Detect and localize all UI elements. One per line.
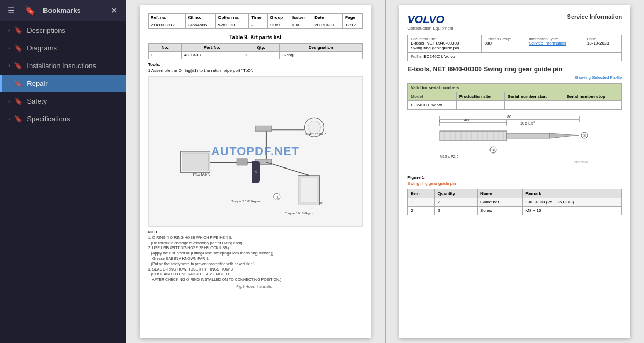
volvo-logo: VOLVO (407, 13, 453, 26)
item-2: 2 (408, 207, 435, 215)
svg-text:40: 40 (464, 118, 469, 122)
date-value: 13-10-2023 (587, 41, 619, 46)
svg-text:②: ② (583, 134, 586, 137)
parts-row-1: 1 2 Guide bar SAE 4130 (25 ~ 35 HRC) (408, 198, 622, 207)
option-no-value: 5261113 (216, 21, 249, 29)
note-title: NOTE (148, 230, 158, 234)
fig-caption: Fig.9 Hose, Installation (148, 284, 363, 288)
volvo-header: VOLVO Construction Equipment Service Inf… (407, 13, 622, 31)
svg-text:①: ① (492, 148, 495, 152)
col-serial-start: Serial number start (505, 92, 564, 101)
bookmark-icon: 🔖 (14, 97, 23, 105)
remark-2: M8 × 16 (523, 207, 622, 215)
bookmark-list-button[interactable]: ☰ (5, 4, 17, 17)
part-no-cell: 4880493 (181, 52, 243, 59)
main-area: ‹ Ref. no. Kit no. Option no. Time Group… (126, 0, 644, 343)
doc-header-table: Ref. no. Kit no. Option no. Time Group I… (148, 13, 363, 29)
right-document-panel: VOLVO Construction Equipment Service Inf… (386, 0, 645, 343)
bookmark-icon: 🔖 (14, 26, 23, 34)
figure-subtitle: Swing ring gear guide pin (407, 181, 622, 186)
sidebar-item-safety[interactable]: › 🔖 Safety (0, 92, 126, 110)
sidebar-item-label: Installation Insructions (27, 62, 96, 70)
doc-title-label: Document Title: (411, 37, 478, 41)
right-document-page: VOLVO Construction Equipment Service Inf… (399, 5, 630, 338)
function-group-value: 080 (485, 41, 523, 46)
chevron-icon: › (8, 81, 10, 86)
svg-line-16 (266, 162, 309, 176)
doc-title-value: E-tools, NET 8940-00300 Swing ring gear … (411, 41, 478, 50)
watermark: AUTOPDF.NET (211, 144, 299, 158)
col-no: No. (148, 44, 181, 52)
volvo-sub: Construction Equipment (407, 26, 453, 31)
svg-text:V1003893: V1003893 (574, 160, 589, 164)
service-info-label: Service Information (567, 13, 623, 20)
sidebar-item-diagrams[interactable]: › 🔖 Diagrams (0, 39, 126, 57)
time-label: Time (249, 14, 268, 21)
bookmark-icon-button[interactable]: 🔖 (23, 4, 38, 17)
info-type-cell: Information Type: Service Information (526, 35, 584, 53)
col-name: Name (477, 189, 522, 198)
page-value: 12/12 (342, 21, 362, 29)
serial-stop-cell (564, 101, 622, 110)
tools-text: 1 Assemble the O-ring(#1) to the return … (148, 68, 363, 73)
date-label: Date: (587, 37, 619, 41)
page-label: Page (342, 14, 362, 21)
tools-label: Tools: (148, 62, 363, 67)
svg-text:Torque:5.6±0.6kg-m: Torque:5.6±0.6kg-m (284, 211, 313, 215)
notes-section: NOTE 1. O-RING # O-RING HOSE WHICH PIPE … (148, 230, 363, 282)
name-2: Screw (477, 207, 522, 215)
kit-no-value: 14564586 (185, 21, 216, 29)
svg-text:Torque:5.6±0.6kg-m: Torque:5.6±0.6kg-m (231, 200, 260, 203)
item-1: 1 (408, 198, 435, 207)
sidebar-item-descriptions[interactable]: › 🔖 Descriptions (0, 21, 126, 39)
svg-rect-15 (301, 178, 317, 202)
sidebar: ☰ 🔖 Bookmarks ✕ › 🔖 Descriptions › 🔖 Dia… (0, 0, 126, 343)
sidebar-collapse-handle[interactable]: ‹ (252, 161, 260, 183)
sidebar-close-button[interactable]: ✕ (107, 4, 121, 17)
col-serial-stop: Serial number stop (564, 92, 622, 101)
col-model: Model (408, 92, 456, 101)
parts-row-2: 2 2 Screw M8 × 16 (408, 207, 622, 215)
kit-parts-table: No. Part No. Qty. Designation 1 4880493 … (148, 43, 363, 59)
sidebar-item-specifications[interactable]: › 🔖 Specifications (0, 110, 126, 128)
sidebar-item-label: Specifications (27, 115, 70, 123)
sidebar-item-installation[interactable]: › 🔖 Installation Insructions (0, 57, 126, 75)
profile-value: EC240C L Volvo (423, 54, 455, 59)
sidebar-item-label: Repair (27, 79, 47, 87)
chevron-icon: › (8, 116, 10, 122)
issuer-value: EXC (290, 21, 312, 29)
svg-text:①: ① (276, 195, 279, 199)
serial-start-cell (505, 101, 564, 110)
production-site-cell (456, 101, 504, 110)
function-group-label: Function Group: (485, 37, 523, 41)
svg-text:80: 80 (507, 115, 511, 119)
serial-numbers-table: Valid for serial numbers Model Productio… (407, 83, 622, 110)
bookmark-icon: 🔖 (14, 79, 23, 87)
svg-text:M22 x P2.5: M22 x P2.5 (440, 155, 459, 158)
col-production-site: Production site (456, 92, 504, 101)
kit-no-label: Kit no. (185, 14, 216, 21)
svg-rect-30 (507, 133, 550, 138)
svg-point-8 (308, 121, 320, 134)
sidebar-item-repair[interactable]: › 🔖 Repair (0, 75, 126, 92)
issuer-label: Issuer (290, 14, 312, 21)
info-type-value: Service Information (529, 41, 581, 46)
figure-title: Figure 1 (407, 175, 622, 180)
profile-label: Profile: (411, 55, 422, 59)
group-value: 9169 (268, 21, 290, 29)
ref-no-value: 21A1003117 (148, 21, 185, 29)
col-quantity: Quantity (435, 189, 477, 198)
svg-rect-29 (440, 131, 507, 141)
kit-row: 1 4880493 1 O-ring (148, 52, 362, 59)
showing-profile: Showing Selected Profile (407, 75, 622, 80)
profile-cell: Profile: EC240C L Volvo (408, 53, 622, 61)
svg-text:10 x 8.5°: 10 x 8.5° (520, 121, 535, 125)
kit-parts-title: Table 9. Kit parts list (148, 34, 363, 40)
main-title: E-tools, NET 8940-00300 Swing ring gear … (407, 65, 622, 73)
volvo-branding: VOLVO Construction Equipment (407, 13, 453, 31)
col-remark: Remark (523, 189, 622, 198)
chevron-icon: › (8, 98, 10, 104)
chevron-icon: › (8, 63, 10, 69)
pin-diagram-svg: 40 80 10 x 8.5° (407, 115, 622, 169)
time-value: - (249, 21, 268, 29)
